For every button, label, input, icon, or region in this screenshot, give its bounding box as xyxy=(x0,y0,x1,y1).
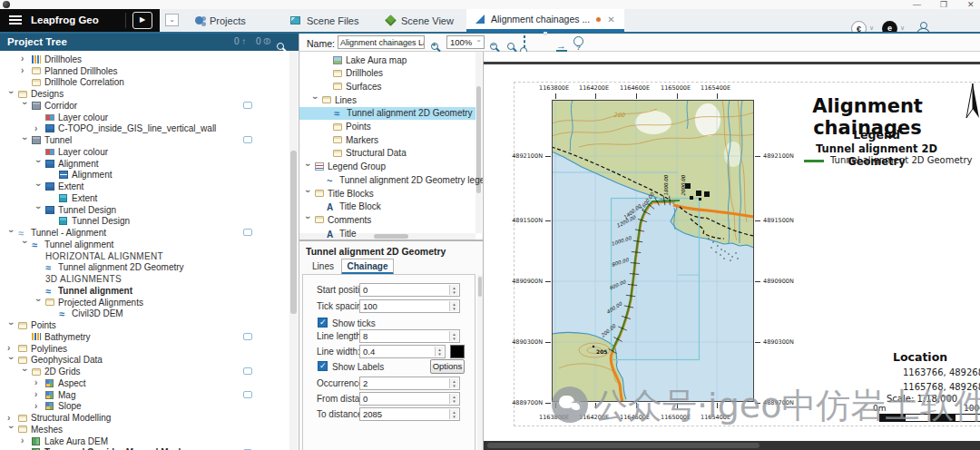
expand-icon[interactable] xyxy=(21,67,28,74)
comment-bubble-icon[interactable] xyxy=(243,367,252,375)
tree-item[interactable]: Alignment xyxy=(0,170,289,181)
tree-item[interactable]: Extent xyxy=(0,192,289,204)
color-swatch[interactable] xyxy=(450,345,465,358)
tree-item[interactable]: Drillholes xyxy=(0,54,289,65)
play-button[interactable]: ▶ xyxy=(132,12,152,29)
tree-item[interactable]: Aspect xyxy=(0,377,289,389)
layout-tree-item[interactable]: Tunnel alignment 2D Geometry legend xyxy=(299,173,490,186)
scrollbar[interactable] xyxy=(289,51,298,450)
spinner-icon[interactable] xyxy=(449,285,458,295)
collapse-icon[interactable] xyxy=(7,322,15,329)
tree-item[interactable]: Projected Alignments xyxy=(0,297,289,308)
comment-bubble-icon[interactable] xyxy=(243,391,252,398)
layout-tree-item[interactable]: Points xyxy=(299,121,490,133)
field-input-todistance[interactable]: 2085 xyxy=(359,407,460,421)
tree-item[interactable]: Civil3D DEM xyxy=(0,308,289,320)
collapse-icon[interactable] xyxy=(21,137,28,144)
collapse-icon[interactable] xyxy=(21,102,28,109)
tab-alignment-chainages[interactable]: Alignment chainages ... ✕ xyxy=(466,9,624,32)
checkbox-show-labels[interactable] xyxy=(318,361,328,371)
tree-item[interactable]: Layer colour xyxy=(0,146,289,158)
collapse-icon[interactable] xyxy=(34,206,42,213)
tab-list-dropdown[interactable]: ⌄ xyxy=(165,14,179,26)
tree-item[interactable]: Polylines xyxy=(0,343,289,355)
hamburger-icon[interactable] xyxy=(9,15,22,24)
zoom-region-icon[interactable] xyxy=(524,36,525,53)
layout-tree-item[interactable]: Structural Data xyxy=(299,147,490,160)
tab-scene-view[interactable]: Scene View xyxy=(377,9,463,32)
comment-bubble-icon[interactable] xyxy=(243,102,252,109)
layout-tree-item[interactable]: Legend Group xyxy=(299,161,490,173)
field-input-tickspacing[interactable]: 100 xyxy=(359,299,460,313)
tree-item[interactable]: Slope xyxy=(0,401,289,413)
tree-item[interactable]: Tunnel alignment 2D Geometry xyxy=(0,262,289,274)
tree-item[interactable]: Corridor xyxy=(0,100,289,112)
spinner-icon[interactable] xyxy=(449,409,458,419)
tree-item[interactable]: Lake Aura DEM xyxy=(0,435,289,447)
collapse-icon[interactable] xyxy=(34,160,42,167)
spinner-icon[interactable] xyxy=(449,301,458,311)
layout-tree-item[interactable]: Title Block xyxy=(299,201,490,213)
export-icon[interactable] xyxy=(556,36,566,53)
tree-item[interactable]: Layer colour xyxy=(0,112,289,123)
collapse-icon[interactable] xyxy=(311,96,318,103)
tree-item[interactable]: 2D Grids xyxy=(0,366,289,377)
layout-tree-item[interactable]: Surfaces xyxy=(299,80,490,93)
zoom-level-select[interactable]: 100% xyxy=(446,35,485,49)
spinner-icon[interactable] xyxy=(449,394,458,404)
layout-tree-item[interactable]: Drillholes xyxy=(299,67,490,80)
field-input-linelength[interactable]: 8 xyxy=(359,329,460,343)
layout-tree-item[interactable]: Lake Aura map xyxy=(299,54,490,66)
layout-tree-item[interactable]: Markers xyxy=(299,133,490,146)
checkbox-show-ticks[interactable] xyxy=(318,318,328,328)
tree-item[interactable]: C-TOPO_inside_GIS_line_vertical_wall xyxy=(0,123,289,135)
collapse-icon[interactable] xyxy=(304,163,311,171)
field-input-linewidth[interactable]: 0.4 xyxy=(359,345,446,358)
minimize-icon[interactable]: — xyxy=(913,0,921,9)
comment-bubble-icon[interactable] xyxy=(243,333,252,340)
tree-item[interactable]: Drillhole Correlation xyxy=(0,77,289,89)
expand-icon[interactable] xyxy=(34,391,42,398)
scrollbar-thumb[interactable] xyxy=(478,277,482,297)
layout-tree-item[interactable]: Tunnel alignment 2D Geometry xyxy=(299,107,490,120)
tree-item[interactable]: Tunnel alignment xyxy=(0,285,289,297)
tab-close-icon[interactable]: ✕ xyxy=(607,15,614,24)
chevron-down-icon[interactable]: ∨ xyxy=(869,24,874,32)
layout-tree-item[interactable]: Comments xyxy=(299,213,490,226)
tree-item[interactable]: Meshes xyxy=(0,424,289,435)
tree-item[interactable]: Bathymetry xyxy=(0,331,289,343)
tab-scene-files[interactable]: Scene Files xyxy=(281,9,368,32)
comment-bubble-icon[interactable] xyxy=(243,229,252,236)
expand-icon[interactable] xyxy=(21,55,28,63)
tree-item[interactable]: Alignment xyxy=(0,158,289,170)
tree-item[interactable]: Tunnel alignment xyxy=(0,239,289,250)
layout-tree-item[interactable]: Title Blocks xyxy=(299,187,490,200)
tree-item[interactable]: Mag xyxy=(0,389,289,401)
collapse-icon[interactable] xyxy=(34,298,42,306)
tree-item[interactable]: Designs xyxy=(0,88,289,100)
comment-bubble-icon[interactable] xyxy=(243,136,252,143)
running-tasks-icon[interactable]: 0 ⦷ xyxy=(256,36,270,47)
collapse-icon[interactable] xyxy=(7,426,15,433)
collapse-icon[interactable] xyxy=(7,91,15,98)
collapse-icon[interactable] xyxy=(7,230,15,237)
tree-item[interactable]: Tunnel Design xyxy=(0,204,289,216)
expand-icon[interactable] xyxy=(34,379,42,386)
layout-name-input[interactable]: Alignment chainages Layout 2 xyxy=(338,35,425,49)
scrollbar-thumb[interactable] xyxy=(290,151,297,314)
tree-item[interactable]: Topo and Corridor Merged Mesh xyxy=(0,447,289,450)
spinner-icon[interactable] xyxy=(449,378,458,388)
tree-item[interactable]: Tunnel xyxy=(0,134,289,146)
close-icon[interactable]: ✕ xyxy=(967,0,975,9)
maximize-icon[interactable]: ❐ xyxy=(940,0,947,9)
app-menu-block[interactable]: Leapfrog Geo ▶ xyxy=(0,9,160,32)
collapse-icon[interactable] xyxy=(34,183,42,191)
tree-item[interactable]: Points xyxy=(0,319,289,331)
scrollbar-thumb[interactable] xyxy=(487,443,760,448)
tree-item[interactable]: Structural Modelling xyxy=(0,412,289,424)
collapse-icon[interactable] xyxy=(304,190,311,197)
tab-projects[interactable]: Projects xyxy=(186,9,255,32)
options-button[interactable]: Options xyxy=(430,359,465,374)
expand-icon[interactable] xyxy=(21,437,28,445)
chevron-down-icon[interactable]: ∨ xyxy=(900,24,905,32)
